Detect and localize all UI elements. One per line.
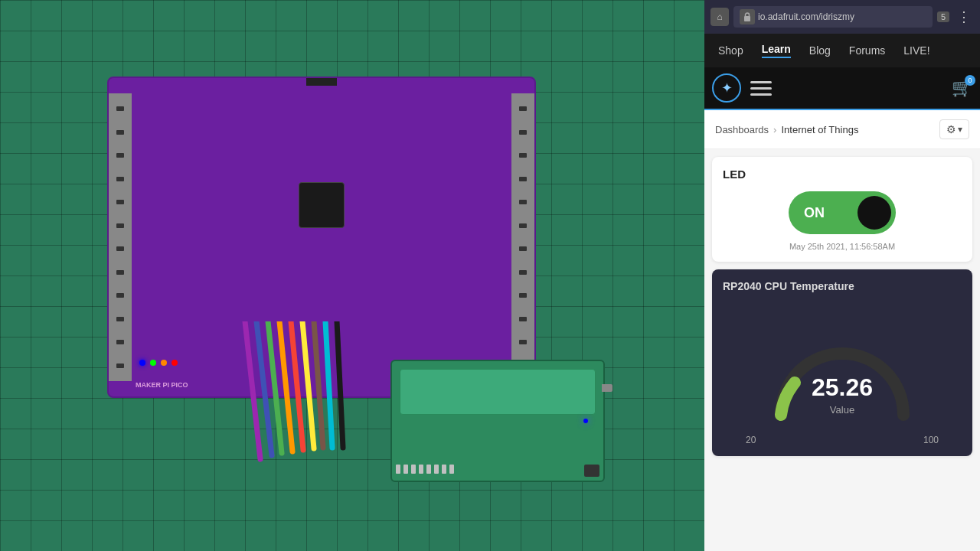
- nav-blog[interactable]: Blog: [802, 38, 838, 63]
- breadcrumb-bar: Dashboards › Internet of Things ⚙ ▾: [704, 110, 980, 149]
- gauge-min-label: 20: [746, 435, 756, 445]
- ham-line-1: [750, 81, 772, 83]
- nav-forums[interactable]: Forums: [841, 38, 893, 63]
- connector-strip-left: [109, 93, 132, 381]
- led-timestamp: May 25th 2021, 11:56:58AM: [723, 242, 962, 251]
- adafruit-logo: ✦: [712, 73, 741, 103]
- nav-shop[interactable]: Shop: [710, 38, 751, 63]
- gauge-svg: 25.26 Value: [758, 308, 926, 430]
- logo-bar: ✦ 🛒 0: [704, 67, 980, 110]
- led-widget-card: LED ON May 25th 2021, 11:56:58AM: [712, 157, 972, 262]
- cart-button[interactable]: 🛒 0: [952, 78, 972, 98]
- temp-widget-title: RP2040 CPU Temperature: [723, 280, 962, 292]
- lock-icon: [740, 9, 755, 24]
- cart-badge: 0: [965, 75, 975, 86]
- breadcrumb-separator: ›: [773, 124, 776, 135]
- svg-line-5: [302, 321, 314, 448]
- home-button[interactable]: ⌂: [710, 8, 729, 26]
- gauge-label-display: Value: [830, 404, 854, 416]
- chevron-down-icon: ▾: [958, 124, 962, 135]
- gauge-container: 25.26 Value 20 100: [723, 300, 962, 445]
- board-container: MAKER PI PICO: [84, 54, 620, 497]
- ham-line-3: [750, 93, 772, 96]
- url-bar[interactable]: io.adafruit.com/idriszmy: [733, 6, 933, 28]
- browser-menu-button[interactable]: ⋮: [954, 8, 974, 25]
- ic-chip: [299, 182, 345, 228]
- nav-bar: Shop Learn Blog Forums LIVE!: [704, 34, 980, 67]
- svg-line-6: [314, 321, 323, 448]
- ham-line-2: [750, 87, 772, 90]
- gear-icon: ⚙: [946, 123, 956, 135]
- esp-module: [390, 360, 605, 482]
- browser-chrome: ⌂ io.adafruit.com/idriszmy 5 ⋮: [704, 0, 980, 34]
- gauge-max-label: 100: [923, 435, 939, 445]
- nav-learn[interactable]: Learn: [754, 37, 799, 64]
- svg-line-8: [337, 321, 343, 448]
- toggle-on-label: ON: [804, 205, 825, 221]
- led-widget-title: LED: [723, 168, 962, 181]
- usb-connector: [306, 77, 337, 86]
- toggle-container: ON: [723, 191, 962, 234]
- browser-panel: ⌂ io.adafruit.com/idriszmy 5 ⋮ Shop Lear…: [704, 0, 980, 551]
- settings-button[interactable]: ⚙ ▾: [939, 119, 969, 139]
- svg-rect-9: [744, 16, 750, 21]
- toggle-knob: [858, 196, 891, 230]
- svg-line-7: [325, 321, 332, 448]
- led-toggle[interactable]: ON: [789, 191, 896, 234]
- grid-background: MAKER PI PICO: [0, 0, 704, 551]
- nav-live[interactable]: LIVE!: [896, 38, 937, 63]
- content-area: Dashboards › Internet of Things ⚙ ▾ LED …: [704, 110, 980, 551]
- breadcrumb-current: Internet of Things: [781, 124, 858, 135]
- connector-strip-right: [511, 93, 534, 381]
- gauge-value-display: 25.26: [812, 373, 873, 401]
- url-text: io.adafruit.com/idriszmy: [758, 11, 854, 22]
- breadcrumb-parent[interactable]: Dashboards: [715, 124, 769, 135]
- tab-count[interactable]: 5: [937, 11, 949, 22]
- hamburger-button[interactable]: [749, 76, 773, 100]
- temperature-widget-card: RP2040 CPU Temperature 25.26 Value 20 10…: [712, 269, 972, 456]
- image-panel: MAKER PI PICO: [0, 0, 704, 551]
